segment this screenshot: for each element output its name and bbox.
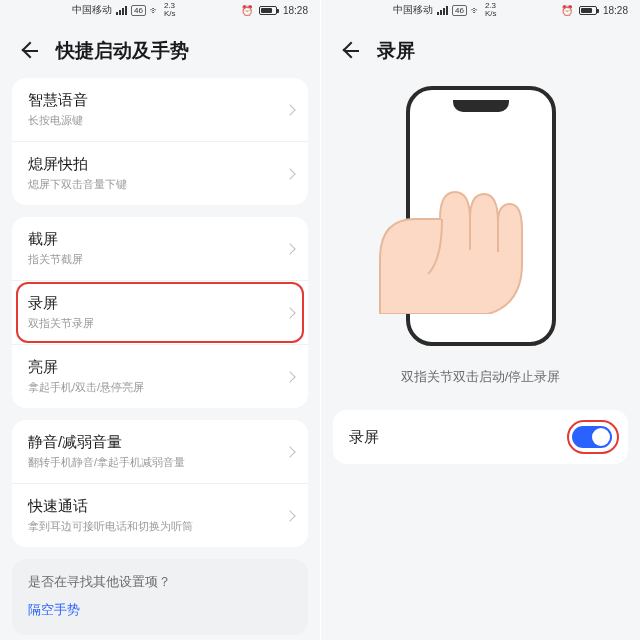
footer-question: 是否在寻找其他设置项？ bbox=[28, 573, 292, 591]
row-subtitle: 熄屏下双击音量下键 bbox=[28, 177, 292, 192]
row-wake-screen[interactable]: 亮屏 拿起手机/双击/悬停亮屏 bbox=[12, 344, 308, 408]
carrier-label: 中国移动 bbox=[393, 3, 433, 17]
row-title: 静音/减弱音量 bbox=[28, 433, 292, 452]
page-title: 录屏 bbox=[377, 38, 415, 64]
phone-outline-icon bbox=[406, 86, 556, 346]
row-title: 快速通话 bbox=[28, 497, 292, 516]
row-smart-voice[interactable]: 智慧语音 长按电源键 bbox=[12, 78, 308, 141]
row-screen-record[interactable]: 录屏 双指关节录屏 bbox=[12, 280, 308, 344]
row-subtitle: 拿起手机/双击/悬停亮屏 bbox=[28, 380, 292, 395]
pane-shortcuts: 中国移动 46 ᯤ 2.3K/s ⏰ 18:28 快捷启动及手势 智慧语音 长按… bbox=[0, 0, 320, 640]
back-icon[interactable] bbox=[341, 42, 359, 60]
alarm-icon: ⏰ bbox=[561, 5, 573, 16]
back-icon[interactable] bbox=[20, 42, 38, 60]
row-title: 智慧语音 bbox=[28, 91, 292, 110]
status-bar: 中国移动 46 ᯤ 2.3K/s ⏰ 18:28 bbox=[0, 0, 320, 20]
toggle-row-screen-record[interactable]: 录屏 bbox=[333, 410, 628, 464]
row-screenshot[interactable]: 截屏 指关节截屏 bbox=[12, 217, 308, 280]
row-title: 录屏 bbox=[28, 294, 292, 313]
pane-screen-record: 中国移动 46 ᯤ 2.3K/s ⏰ 18:28 录屏 双指 bbox=[320, 0, 640, 640]
settings-content: 智慧语音 长按电源键 熄屏快拍 熄屏下双击音量下键 截屏 指关节截屏 录屏 双指… bbox=[0, 78, 320, 640]
status-bar: 中国移动 46 ᯤ 2.3K/s ⏰ 18:28 bbox=[321, 0, 640, 20]
gesture-caption: 双指关节双击启动/停止录屏 bbox=[401, 368, 561, 386]
clock-label: 18:28 bbox=[603, 5, 628, 16]
toggle-label: 录屏 bbox=[349, 428, 379, 447]
group-2: 截屏 指关节截屏 录屏 双指关节录屏 亮屏 拿起手机/双击/悬停亮屏 bbox=[12, 217, 308, 408]
row-title: 截屏 bbox=[28, 230, 292, 249]
row-subtitle: 长按电源键 bbox=[28, 113, 292, 128]
wifi-icon: ᯤ bbox=[471, 5, 481, 16]
signal-icon bbox=[116, 6, 127, 15]
wifi-icon: ᯤ bbox=[150, 5, 160, 16]
row-mute[interactable]: 静音/减弱音量 翻转手机静音/拿起手机减弱音量 bbox=[12, 420, 308, 483]
net-tag: 46 bbox=[131, 5, 146, 16]
net-tag: 46 bbox=[452, 5, 467, 16]
carrier-label: 中国移动 bbox=[72, 3, 112, 17]
clock-label: 18:28 bbox=[283, 5, 308, 16]
record-content: 双指关节双击启动/停止录屏 录屏 bbox=[321, 78, 640, 640]
net-speed: 2.3K/s bbox=[164, 2, 176, 18]
battery-icon bbox=[259, 6, 277, 15]
signal-icon bbox=[437, 6, 448, 15]
gesture-illustration: 双指关节双击启动/停止录屏 bbox=[333, 78, 628, 386]
row-subtitle: 翻转手机静音/拿起手机减弱音量 bbox=[28, 455, 292, 470]
page-title: 快捷启动及手势 bbox=[56, 38, 189, 64]
page-header: 录屏 bbox=[321, 20, 640, 78]
group-3: 静音/减弱音量 翻转手机静音/拿起手机减弱音量 快速通话 拿到耳边可接听电话和切… bbox=[12, 420, 308, 547]
row-quick-call[interactable]: 快速通话 拿到耳边可接听电话和切换为听筒 bbox=[12, 483, 308, 547]
group-1: 智慧语音 长按电源键 熄屏快拍 熄屏下双击音量下键 bbox=[12, 78, 308, 205]
alarm-icon: ⏰ bbox=[241, 5, 253, 16]
net-speed: 2.3K/s bbox=[485, 2, 497, 18]
page-header: 快捷启动及手势 bbox=[0, 20, 320, 78]
row-subtitle: 拿到耳边可接听电话和切换为听筒 bbox=[28, 519, 292, 534]
row-title: 亮屏 bbox=[28, 358, 292, 377]
row-subtitle: 双指关节录屏 bbox=[28, 316, 292, 331]
row-title: 熄屏快拍 bbox=[28, 155, 292, 174]
row-subtitle: 指关节截屏 bbox=[28, 252, 292, 267]
footer-card: 是否在寻找其他设置项？ 隔空手势 bbox=[12, 559, 308, 635]
toggle-switch[interactable] bbox=[572, 426, 612, 448]
hand-gesture-icon bbox=[370, 164, 550, 314]
row-off-screen-shot[interactable]: 熄屏快拍 熄屏下双击音量下键 bbox=[12, 141, 308, 205]
battery-icon bbox=[579, 6, 597, 15]
footer-link-air-gesture[interactable]: 隔空手势 bbox=[28, 601, 292, 619]
